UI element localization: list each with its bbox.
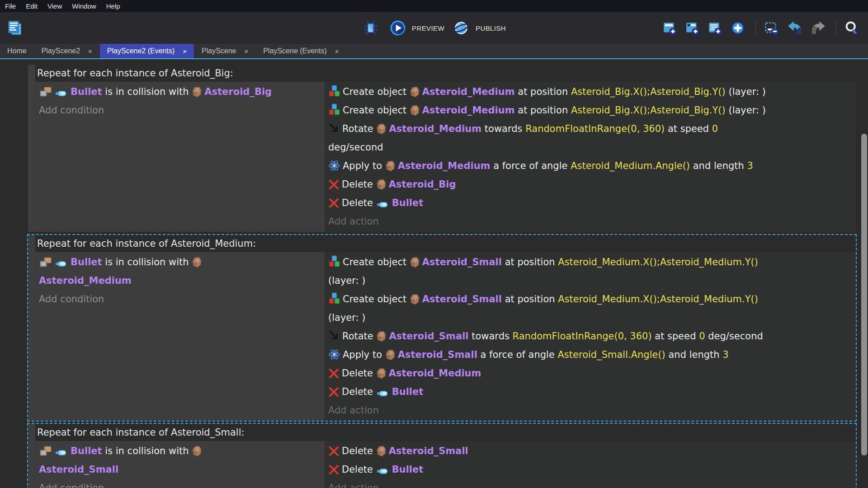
publish-button[interactable]: PUBLISH [453, 20, 506, 36]
conditions-panel: Bullet is in collision with Asteroid_Sma… [35, 441, 325, 488]
sentence-text: Rotate [342, 123, 376, 134]
action-row[interactable]: Rotate Asteroid_Small towards RandomFloa… [328, 327, 852, 346]
tab-label: PlayScene2 (Events) [107, 47, 175, 55]
menu-item-view[interactable]: View [42, 0, 67, 12]
object-name: Bullet [71, 257, 102, 267]
add-action-link[interactable]: Add action [328, 401, 852, 420]
menu-item-edit[interactable]: Edit [21, 0, 42, 12]
action-row[interactable]: Create object Asteroid_Medium at positio… [328, 83, 852, 101]
action-row[interactable]: Create object Asteroid_Medium at positio… [328, 101, 852, 120]
sentence-text: (layer: ) [726, 105, 766, 116]
tab-label: PlayScene [202, 47, 236, 55]
tab-close-button[interactable]: × [335, 47, 339, 55]
sentence-text: Apply to [343, 349, 385, 360]
object-name: Asteroid_Small [422, 294, 502, 305]
create-icon [328, 84, 340, 98]
debugger-button[interactable] [362, 19, 382, 37]
action-row[interactable]: Delete Bullet [328, 194, 852, 212]
tab-playscene2[interactable]: PlayScene2× [34, 44, 100, 58]
sentence-text: Apply to [343, 160, 385, 171]
action-row[interactable]: Rotate Asteroid_Medium towards RandomFlo… [328, 120, 852, 157]
action-row[interactable]: Delete Bullet [328, 460, 852, 479]
add-condition-link[interactable]: Add condition [39, 479, 321, 488]
bullet-icon [55, 260, 68, 268]
vertical-scrollbar[interactable] [861, 59, 868, 488]
add-event-button[interactable] [662, 21, 679, 35]
event-header[interactable]: Repeat for each instance of Asteroid_Sma… [35, 424, 856, 441]
bullet-icon [55, 449, 68, 457]
project-manager-button[interactable] [6, 19, 26, 37]
add-action-link[interactable]: Add action [328, 212, 852, 231]
add-condition-link[interactable]: Add condition [39, 290, 321, 309]
menu-item-window[interactable]: Window [67, 0, 101, 12]
action-row[interactable]: Create object Asteroid_Small at position… [328, 290, 852, 327]
object-name: Asteroid_Medium [398, 160, 491, 171]
delete-icon [328, 197, 340, 209]
tab-close-button[interactable]: × [245, 47, 249, 55]
expression-value: 3 [747, 160, 753, 171]
asteroid-icon [385, 160, 396, 172]
tab-playscene[interactable]: PlayScene× [194, 44, 256, 58]
tab-home[interactable]: Home [0, 44, 34, 58]
expression-value: 0 [712, 123, 718, 134]
search-button[interactable] [844, 20, 862, 36]
sentence-text: (layer: ) [328, 275, 365, 286]
redo-button[interactable] [811, 21, 828, 35]
condition-row[interactable]: Bullet is in collision with Asteroid_Med… [39, 253, 321, 290]
event-header[interactable]: Repeat for each instance of Asteroid_Med… [35, 235, 856, 252]
sentence-text: at position [515, 86, 571, 97]
project-manager-icon [6, 19, 24, 37]
delete-icon [328, 368, 340, 379]
event-drag-handle[interactable] [28, 235, 35, 421]
event-drag-handle[interactable] [28, 65, 35, 232]
preview-button[interactable]: PREVIEW [390, 20, 444, 36]
action-row[interactable]: Create object Asteroid_Small at position… [328, 253, 852, 290]
action-row[interactable]: Delete Asteroid_Big [328, 175, 852, 194]
event-drag-handle[interactable] [28, 424, 35, 488]
add-condition-link[interactable]: Add condition [39, 101, 321, 120]
add-comment-button[interactable] [708, 21, 724, 35]
gdevelop-window: FileEditViewWindowHelp PREVIEW PUBLISH H… [0, 0, 868, 488]
sentence-text: is in collision with [102, 257, 192, 267]
action-row[interactable]: Apply to Asteroid_Small a force of angle… [328, 346, 852, 364]
condition-row[interactable]: Bullet is in collision with Asteroid_Sma… [39, 442, 321, 479]
add-subevent-button[interactable] [685, 21, 702, 35]
asteroid-icon [376, 179, 387, 190]
tab-playscene2-events-[interactable]: PlayScene2 (Events)× [100, 44, 194, 58]
action-row[interactable]: Delete Asteroid_Small [328, 442, 852, 460]
tab-playscene-events-[interactable]: PlayScene (Events)× [256, 44, 346, 58]
object-name: Asteroid_Small [389, 446, 468, 456]
sentence-text: Rotate [342, 331, 376, 342]
asteroid-icon [192, 446, 202, 457]
expression-value: Asteroid_Small.Angle() [558, 349, 665, 360]
delete-selection-button[interactable] [764, 20, 781, 36]
expression-value: RandomFloatInRange(0, 360) [513, 331, 652, 342]
sentence-text: Create object [343, 257, 410, 267]
actions-panel: Create object Asteroid_Medium at positio… [325, 82, 856, 232]
event-header[interactable]: Repeat for each instance of Asteroid_Big… [35, 65, 856, 82]
action-row[interactable]: Delete Asteroid_Medium [328, 364, 852, 383]
tab-close-button[interactable]: × [88, 47, 92, 55]
action-row[interactable]: Apply to Asteroid_Medium a force of angl… [328, 157, 852, 175]
add-action-link[interactable]: Add action [328, 479, 852, 488]
conditions-panel: Bullet is in collision with Asteroid_Med… [35, 252, 325, 421]
condition-row[interactable]: Bullet is in collision with Asteroid_Big [39, 83, 321, 101]
undo-button[interactable] [787, 21, 805, 35]
menu-bar: FileEditViewWindowHelp [0, 0, 868, 12]
asteroid-icon [376, 123, 387, 135]
sentence-text: at position [502, 257, 558, 267]
action-row[interactable]: Delete Bullet [328, 383, 852, 401]
toolbar-separator [755, 20, 756, 36]
rotate-icon [328, 330, 340, 342]
tab-close-button[interactable]: × [183, 47, 187, 55]
scrollbar-thumb[interactable] [861, 134, 867, 455]
conditions-panel: Bullet is in collision with Asteroid_Big… [35, 82, 325, 232]
add-new-button[interactable] [730, 20, 748, 36]
sentence-text: at position [515, 105, 571, 116]
menu-item-help[interactable]: Help [101, 0, 125, 12]
delete-selection-icon [764, 20, 779, 36]
asteroid-icon [376, 446, 387, 457]
menu-item-file[interactable]: File [0, 0, 21, 12]
force-icon [328, 160, 340, 172]
tab-label: Home [7, 47, 27, 55]
